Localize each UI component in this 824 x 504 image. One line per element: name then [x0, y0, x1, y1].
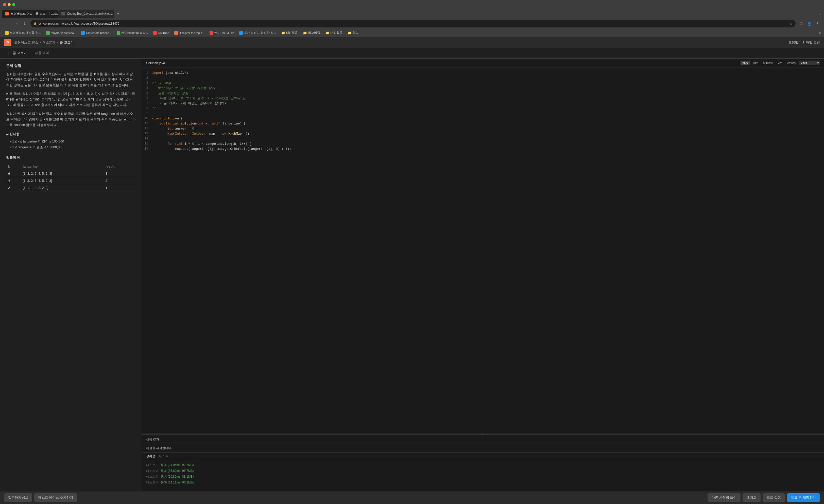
theme-vim[interactable]: vim [776, 61, 784, 65]
tab-problem[interactable]: ☰ 굴 고르기 [4, 48, 31, 58]
theme-dark[interactable]: dark [740, 61, 750, 65]
folder-icon-4: 📁 [347, 31, 351, 35]
line-content: - 굴을 내림차순 정렬 [152, 91, 188, 96]
theme-sublime[interactable]: sublime [761, 61, 775, 65]
back-button[interactable]: ← [3, 20, 10, 27]
tab-submissions[interactable]: 제출 내역 [31, 48, 53, 58]
test-result-3: 통과 (24.11ms, 96.2MB) [161, 480, 194, 485]
tab-submissions-label: 제출 내역 [35, 51, 49, 55]
bookmark-folder-3[interactable]: 📁 대외활동 [323, 30, 344, 35]
breadcrumb: 코딩테스트 연습 › 연습문제 › 굴 고르기 [14, 40, 74, 45]
tab-icon: ☰ [8, 51, 11, 55]
breadcrumb-sep1: › [40, 40, 41, 44]
theme-emacs[interactable]: emacs [786, 61, 798, 65]
results-section-label: 실행 결과 [146, 437, 159, 441]
browser-tab-2[interactable]: CodingTest_Java/프로그래머스/... ✕ [58, 10, 114, 18]
tab-title-1: 코딩테스트 연습 - 굴 고르기 | 프로... [11, 12, 58, 16]
left-panel: 문제 설명 경화는 과수원에서 굴을 수확했습니다. 경화는 수확한 굴 중 '… [0, 58, 142, 491]
constraint-2: 1 ≤ tangerine 의 원소 ≤ 10,000,000 [8, 144, 136, 150]
io-cell-0-0: 6 [6, 170, 21, 177]
theme-light[interactable]: light [751, 61, 760, 65]
results-tab-test[interactable]: 테스트 [159, 454, 169, 458]
test-result-1: 통과 (25.60ms, 95.7MB) [161, 469, 194, 473]
tab-overflow-button[interactable]: ⌄ [819, 11, 822, 16]
bookmark-youtube-music[interactable]: YouTube Music [208, 31, 236, 35]
close-button[interactable] [3, 3, 6, 6]
bookmark-label-6: Discover the top s... [179, 31, 205, 34]
bookmark-4[interactable]: 커밋(commit) 날짜... [115, 30, 150, 35]
code-line: 8*/ [142, 106, 824, 111]
breadcrumb-parent[interactable]: 연습문제 [42, 40, 56, 45]
io-cell-0-1: [1, 3, 2, 5, 4, 5, 2, 3] [21, 170, 104, 177]
constraint-list: 1 ≤ k ≤ tangerine 의 길이 ≤ 100,000 1 ≤ tan… [6, 138, 136, 150]
help-link[interactable]: 도움말 [789, 40, 798, 45]
title-bar [0, 0, 824, 9]
code-line: 1import java.util.*; [142, 71, 824, 76]
bookmark-favicon-8 [239, 31, 243, 35]
forward-button[interactable]: → [12, 20, 19, 27]
bookmark-folder-label-1: 5월 채용 [286, 31, 298, 35]
code-editor[interactable]: 1import java.util.*;23/* 알고리즘4 - HashMap… [142, 68, 824, 433]
bookmark-youtube[interactable]: YouTube [151, 31, 171, 35]
bookmark-favicon-2 [46, 31, 50, 35]
bookmark-3[interactable]: Git remote branch... [79, 31, 114, 35]
code-line: 7 - 굴 개수가 k개 이상인 경우까지 탐색하기 [142, 101, 824, 106]
constraint-1: 1 ≤ k ≤ tangerine 의 길이 ≤ 100,000 [8, 138, 136, 144]
line-number: 4 [142, 86, 152, 91]
run-code-button[interactable]: 코드 실행 [762, 493, 785, 502]
breadcrumb-sep2: › [57, 40, 58, 44]
submit-button[interactable]: 제출 후 채점하기 [787, 493, 820, 502]
line-content: int answer = 0; [152, 126, 196, 131]
code-line: 4 - HashMap으로 굴 크기별 개수를 담기 [142, 86, 824, 91]
nav-actions: ⬡ 👤 ⋮ [798, 20, 821, 27]
scoring-text: 채점을 시작합니다. [146, 446, 172, 450]
results-panel: 실행 결과 채점을 시작합니다. 정확성 테스트 테스트 1 통과 (24.06… [142, 435, 824, 491]
problem-paragraph-1: 경화는 과수원에서 굴을 수확했습니다. 경화는 수확한 굴 중 'k'개를 골… [6, 71, 136, 88]
bookmark-8[interactable]: 내가 보려고 정리한 정... [237, 30, 278, 35]
others-solution-button[interactable]: 다른 사람의 풀이 [708, 493, 740, 502]
account-button[interactable]: 👤 [806, 20, 813, 27]
tab-favicon-2 [62, 12, 65, 15]
minimize-button[interactable] [8, 3, 11, 6]
io-cell-1-1: [1, 3, 2, 5, 4, 5, 2, 3] [21, 177, 104, 184]
test-result-item: 테스트 3 통과 (20.86ms, 88.1MB) [146, 474, 820, 480]
language-select[interactable]: Java Python JavaScript [799, 60, 820, 65]
bookmark-6[interactable]: Discover the top s... [172, 31, 207, 35]
test-label-0: 테스트 1 [146, 463, 159, 467]
refresh-button[interactable]: ↻ [21, 20, 28, 27]
results-tab-accuracy[interactable]: 정확성 [146, 454, 155, 458]
add-testcase-button[interactable]: 테스트 케이스 추가하기 [34, 493, 77, 502]
new-tab-button[interactable]: + [115, 10, 122, 17]
bookmark-1[interactable]: 코딩테스트 대비를 위... [3, 30, 43, 35]
extensions-button[interactable]: ⬡ [798, 20, 805, 27]
breadcrumb-root[interactable]: 코딩테스트 연습 [14, 40, 38, 45]
maximize-button[interactable] [12, 3, 15, 6]
bookmark-favicon-1 [5, 31, 9, 35]
bookmarks-more-button[interactable]: » [819, 31, 821, 35]
right-panel: Solution.java dark light sublime vim ema… [142, 58, 824, 491]
line-content: Map<Integer, Integer> map = new HashMap<… [152, 131, 251, 136]
bookmark-folder-2[interactable]: 📁 알고리즘 [301, 30, 322, 35]
tab-problem-label: 굴 고르기 [13, 51, 27, 55]
problem-section-title: 문제 설명 [6, 64, 136, 68]
compile-options-link[interactable]: 컴파일 옵션 [803, 40, 820, 45]
bookmark-folder-1[interactable]: 📁 5월 채용 [279, 30, 300, 35]
url-text: school.programmers.co.kr/learn/courses/3… [38, 22, 788, 25]
menu-button[interactable]: ⋮ [814, 20, 821, 27]
bookmark-folder-4[interactable]: 📁 학교 [345, 30, 361, 35]
bookmarks-bar: 코딩테스트 대비를 위... tony9402/baekjoo... Git r… [0, 29, 824, 37]
browser-tab-1[interactable]: 코딩테스트 연습 - 굴 고르기 | 프로... ✕ [2, 10, 58, 18]
bookmark-folder-label-3: 대외활동 [330, 31, 342, 35]
header-actions: 도움말 컴파일 옵션 [789, 40, 820, 45]
bookmark-folder-label-4: 학교 [352, 31, 359, 35]
address-bar[interactable]: 🔒 school.programmers.co.kr/learn/courses… [30, 20, 796, 27]
io-row: 4[1, 3, 2, 5, 4, 5, 2, 3]2 [6, 177, 136, 184]
results-scoring-label: 채점을 시작합니다. [142, 444, 824, 453]
io-cell-2-1: [1, 1, 1, 2, 2, 2, 3] [21, 184, 104, 191]
ask-question-button[interactable]: 질문하기 (61) [4, 493, 32, 502]
bookmark-2[interactable]: tony9402/baekjoo... [44, 31, 78, 35]
reset-button[interactable]: 초기화 [742, 493, 760, 502]
bottom-bar: 질문하기 (61) 테스트 케이스 추가하기 다른 사람의 풀이 초기화 코드 … [0, 491, 824, 504]
bookmark-label-2: tony9402/baekjoo... [51, 31, 76, 34]
test-result-0: 통과 (24.06ms, 92.7MB) [161, 463, 194, 467]
